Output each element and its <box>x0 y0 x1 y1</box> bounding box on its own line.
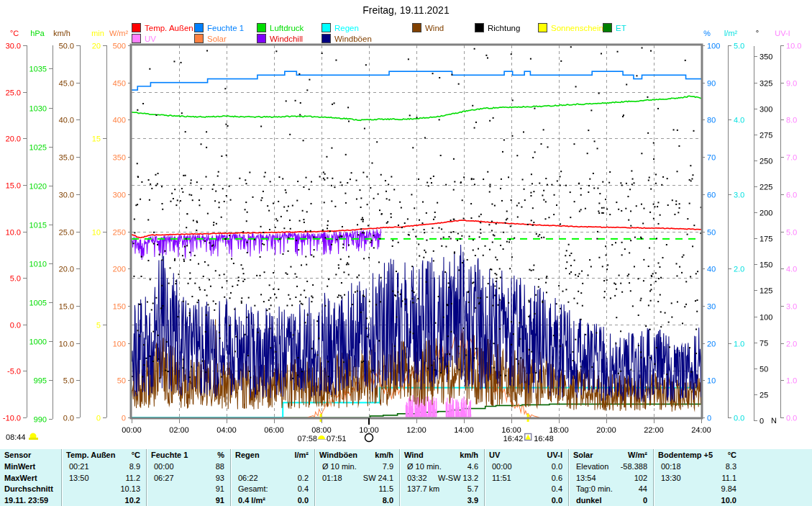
stat-row: 06:220.2 <box>231 472 314 484</box>
legend-item-windchill: Windchill <box>257 32 303 41</box>
stat-row: 8.0 <box>315 494 399 506</box>
stat-time <box>147 483 154 494</box>
row-label: 19.11. 23:59 <box>0 494 61 506</box>
stat-value: 88 <box>216 461 230 472</box>
stat-row: Tag:0 min.44 <box>569 483 653 494</box>
stat-row: 0.4 <box>485 483 568 494</box>
legend-item-feuchte-1: Feuchte 1 <box>194 21 244 30</box>
stat-row: 11:510.6 <box>485 472 568 484</box>
stat-column-regen: Regenl/m²06:220.2Gesamt:0.40.4 l/m²0.0 <box>230 449 314 506</box>
stat-value: 7.9 <box>383 461 399 472</box>
stat-time: 137.7 km <box>400 483 439 494</box>
stat-row: 0.0 <box>485 494 568 506</box>
stat-value: 93 <box>216 472 230 484</box>
legend-label: Wind <box>425 24 444 32</box>
stat-row: 13:3011.1 <box>654 472 742 484</box>
stat-time <box>62 494 69 506</box>
richtung-swatch-icon <box>475 23 484 32</box>
weather-station-day-view: Freitag, 19.11.2021 Temp. AußenFeuchte 1… <box>0 0 812 506</box>
stat-row: Gesamt:0.4 <box>231 483 314 494</box>
stat-column-bodentemp-5: Bodentemp +5°C00:188.313:3011.19.8410.0 <box>653 449 742 506</box>
stat-time <box>315 483 322 494</box>
column-unit: km/h <box>375 449 399 461</box>
legend-item-luftdruck: Luftdruck <box>257 21 304 30</box>
stat-time: 0.4 l/m² <box>231 494 265 506</box>
stat-row: Ø 10 min.4.6 <box>400 461 484 472</box>
column-name: Bodentemp +5 <box>654 449 713 461</box>
et-swatch-icon <box>603 23 612 32</box>
column-unit: l/m² <box>294 449 314 461</box>
stat-column-uv: UVUV-I00:000.011:510.60.40.0 <box>484 449 568 506</box>
stat-value: 10.13 <box>120 483 146 494</box>
stat-value: 44 <box>639 483 653 494</box>
stat-time: 13:30 <box>654 472 681 484</box>
legend-label: Solar <box>207 35 227 43</box>
column-header: Temp. Außen°C <box>62 449 146 461</box>
stat-row: 3.9 <box>400 494 484 506</box>
stat-time <box>62 483 69 494</box>
stat-time <box>485 483 492 494</box>
row-label: Durchschnitt <box>0 483 61 494</box>
stat-value: 3.9 <box>467 494 484 506</box>
stat-time: 00:00 <box>485 461 512 472</box>
stat-time: 03:32 <box>400 472 427 484</box>
stat-row: 13:54102 <box>569 472 653 484</box>
stat-row: 00:000.0 <box>485 461 568 472</box>
stat-value: 8.0 <box>383 494 399 506</box>
legend-item-uv: UV <box>132 32 156 41</box>
row-label-text: Durchschnitt <box>0 483 53 494</box>
stat-time <box>400 494 407 506</box>
legend-label: Windchill <box>270 35 303 43</box>
stat-value: W-SW 13.2 <box>438 472 484 484</box>
stat-value: 11.1 <box>721 472 742 484</box>
row-label: MinWert <box>0 461 61 472</box>
stat-value: SW 24.1 <box>363 472 399 484</box>
stat-value: 10.2 <box>125 494 146 506</box>
legend-item-wind: Wind <box>412 21 444 30</box>
stat-time <box>654 494 661 506</box>
stat-row: 13:5011.2 <box>62 472 146 484</box>
stat-time: Elevation <box>569 461 608 472</box>
stat-time: 11:51 <box>485 472 511 484</box>
stat-time: 01:18 <box>315 472 342 484</box>
column-name: Temp. Außen <box>62 449 115 461</box>
legend-label: ET <box>616 24 626 32</box>
stat-time: 13:50 <box>62 472 89 484</box>
column-name: Feuchte 1 <box>147 449 188 461</box>
legend-item-windboeen: Windböen <box>321 32 372 41</box>
stat-column-feuchte-1: Feuchte 1%00:008806:27939191 <box>146 449 230 506</box>
row-label-text: MinWert <box>0 461 35 472</box>
stat-value: 11.5 <box>378 483 399 494</box>
stat-value: 0.6 <box>552 472 568 484</box>
legend-item-et: ET <box>603 21 626 30</box>
stat-time <box>485 494 492 506</box>
stat-time: Ø 10 min. <box>315 461 357 472</box>
column-header: Bodentemp +5°C <box>654 449 742 461</box>
column-unit: °C <box>728 449 742 461</box>
legend-item-sonnenschein: Sonnenschein <box>538 21 603 30</box>
chart-title: Freitag, 19.11.2021 <box>0 4 812 16</box>
column-header: Regenl/m² <box>231 449 314 461</box>
stat-value: 10.0 <box>721 494 742 506</box>
windchill-swatch-icon <box>257 34 266 43</box>
stat-column-wind: Windkm/hØ 10 min.4.603:32W-SW 13.2137.7 … <box>399 449 484 506</box>
stat-value: 8.9 <box>129 461 146 472</box>
stat-time: 06:22 <box>231 472 258 484</box>
stat-row <box>231 461 314 472</box>
stat-value: 0.4 <box>298 483 314 494</box>
stat-time: Tag:0 min. <box>569 483 613 494</box>
stat-value: 4.6 <box>467 461 484 472</box>
stat-value: 0.2 <box>298 472 314 484</box>
stat-value: 0 <box>643 494 653 506</box>
column-name: Wind <box>400 449 424 461</box>
stat-value: 102 <box>634 472 653 484</box>
column-header: Feuchte 1% <box>147 449 230 461</box>
stat-row: 11.5 <box>315 483 399 494</box>
legend-item-temp-aussen: Temp. Außen <box>132 21 193 30</box>
column-unit: °C <box>132 449 146 461</box>
column-name: Solar <box>569 449 593 461</box>
column-name: Regen <box>231 449 260 461</box>
column-name: UV <box>485 449 500 461</box>
stat-time <box>315 494 322 506</box>
stat-time: Ø 10 min. <box>400 461 442 472</box>
